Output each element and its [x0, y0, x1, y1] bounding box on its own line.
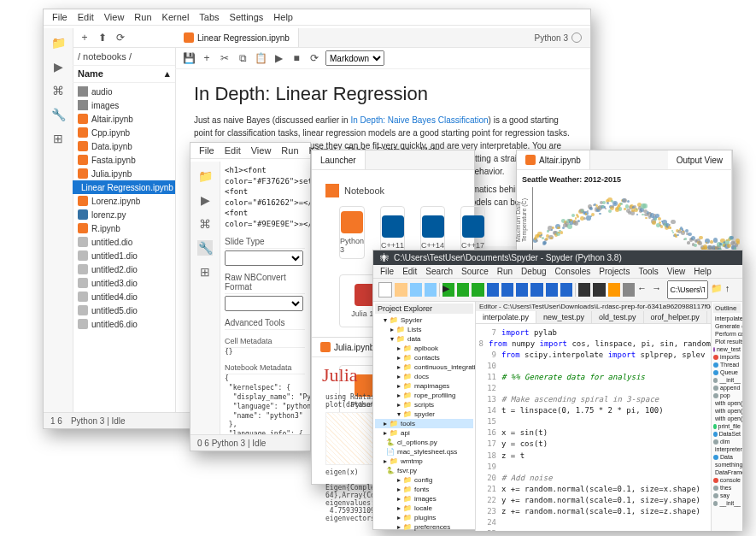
new-folder-icon[interactable]: +: [78, 31, 91, 44]
debug-step-in-icon[interactable]: [516, 283, 528, 297]
advanced-tools-label[interactable]: Advanced Tools: [225, 318, 305, 330]
code-line[interactable]: 10: [476, 361, 711, 372]
file-item[interactable]: Julia.ipynb: [73, 167, 175, 180]
menu-tools[interactable]: Tools: [638, 267, 658, 276]
debug-continue-icon[interactable]: [546, 283, 558, 297]
file-item[interactable]: untitled2.dio: [73, 262, 175, 276]
folder-icon[interactable]: 📁: [50, 35, 66, 50]
tab-altair[interactable]: Altair.ipynb: [517, 150, 590, 169]
menu-help[interactable]: Help: [694, 267, 712, 276]
tree-item[interactable]: ▸📁preferences: [375, 522, 473, 531]
outline-item[interactable]: with open(da: [713, 407, 741, 415]
outline-item[interactable]: dim: [713, 438, 741, 445]
outline-item[interactable]: thes: [713, 484, 741, 492]
outline-item[interactable]: __init__: [713, 376, 741, 384]
cell-tools-icon[interactable]: 🔧: [197, 240, 213, 256]
code-line[interactable]: 22y += random.normal(scale=0.1, size=y.s…: [476, 495, 711, 506]
outline-item[interactable]: DataSet: [713, 430, 741, 438]
menu-settings[interactable]: Settings: [230, 12, 264, 22]
outline-item[interactable]: append: [713, 384, 741, 392]
parent-dir-icon[interactable]: ↑: [725, 283, 737, 297]
notebook-metadata-json[interactable]: { "kernelspec": { "display_name": "Pytho…: [225, 374, 305, 435]
menu-edit[interactable]: Edit: [402, 267, 417, 276]
run-cell-icon[interactable]: [457, 283, 469, 297]
outline-item[interactable]: interpreter: [713, 445, 741, 453]
menu-consoles[interactable]: Consoles: [555, 267, 591, 276]
tree-item[interactable]: ▸📁locale: [375, 504, 473, 513]
outline-item[interactable]: imports: [713, 353, 741, 361]
scatter-chart[interactable]: [532, 187, 737, 255]
file-item[interactable]: untitled3.dio: [73, 276, 175, 290]
fullscreen-icon[interactable]: [593, 283, 605, 297]
menu-edit[interactable]: Edit: [78, 12, 94, 22]
outline-item[interactable]: Perform calc: [713, 330, 741, 338]
outline-item[interactable]: __init__: [713, 499, 741, 507]
code-line[interactable]: 21x += random.normal(scale=0.1, size=x.s…: [476, 484, 711, 495]
code-line[interactable]: 24: [476, 517, 711, 528]
file-item[interactable]: Linear Regression.ipynb: [73, 180, 175, 194]
menu-tabs[interactable]: Tabs: [199, 12, 219, 22]
run-selection-icon[interactable]: [472, 283, 483, 297]
outline-item[interactable]: Queue: [713, 368, 741, 376]
file-item[interactable]: untitled.dio: [73, 235, 175, 249]
browse-dir-icon[interactable]: 📁: [711, 283, 723, 297]
menu-projects[interactable]: Projects: [599, 267, 630, 276]
refresh-icon[interactable]: ⟳: [114, 31, 127, 44]
outline-pane[interactable]: Outline interpolateGenerate daPerform ca…: [711, 302, 742, 531]
back-icon[interactable]: ←: [637, 283, 649, 297]
run-icon[interactable]: ▶: [272, 51, 285, 65]
tab-output-view[interactable]: Output View: [668, 150, 732, 169]
file-item[interactable]: images: [73, 98, 175, 112]
file-item[interactable]: Altair.ipynb: [73, 112, 175, 126]
tree-item[interactable]: ▸📁scripts: [375, 400, 473, 409]
code-line[interactable]: 25: [476, 528, 711, 531]
new-file-icon[interactable]: [378, 282, 392, 297]
run-file-icon[interactable]: ▶: [442, 283, 454, 297]
outline-item[interactable]: say: [713, 492, 741, 499]
menu-file[interactable]: File: [380, 267, 394, 276]
outline-item[interactable]: pop: [713, 392, 741, 399]
menu-debug[interactable]: Debug: [521, 267, 546, 276]
outline-item[interactable]: Generate da: [713, 322, 741, 330]
outline-item[interactable]: Plot results: [713, 338, 741, 345]
menu-edit[interactable]: Edit: [225, 145, 241, 156]
kernel-indicator[interactable]: Python 3: [526, 28, 590, 47]
tree-item[interactable]: ▸📁fonts: [375, 485, 473, 494]
code-editor[interactable]: 7import pylab8from numpy import cos, lin…: [476, 324, 711, 531]
outline-item[interactable]: print_file: [713, 422, 741, 430]
outline-item[interactable]: something: [713, 461, 741, 468]
file-item[interactable]: lorenz.py: [73, 208, 175, 221]
file-item[interactable]: untitled6.dio: [73, 317, 175, 331]
editor-tab[interactable]: old_test.py: [592, 311, 644, 323]
breadcrumb[interactable]: / notebooks /: [73, 48, 175, 66]
code-line[interactable]: 19: [476, 462, 711, 473]
preferences-icon[interactable]: [608, 283, 620, 297]
tab-notebook[interactable]: Linear Regression.ipynb: [175, 28, 299, 47]
raw-format-select[interactable]: [225, 296, 303, 311]
tree-item[interactable]: 🐍cl_options.py: [375, 438, 473, 447]
tree-item[interactable]: ▸📁docs: [375, 372, 473, 381]
stop-icon[interactable]: [560, 283, 572, 297]
open-icon[interactable]: [395, 283, 407, 297]
menu-run[interactable]: Run: [281, 145, 298, 156]
outline-item[interactable]: console: [713, 476, 741, 484]
outline-item[interactable]: with open(da: [713, 399, 741, 407]
code-line[interactable]: 12: [476, 383, 711, 394]
editor-tab[interactable]: interpolate.py: [476, 311, 536, 323]
tree-item[interactable]: ▸📁contacts: [375, 353, 473, 362]
code-line[interactable]: 17y = cos(t): [476, 439, 711, 450]
project-explorer[interactable]: Project Explorer ▾📁Spyder▸📁Lists▾📁data▸📁…: [373, 302, 476, 531]
code-line[interactable]: 14t = linspace(0, 1.75 * 2 * pi, 100): [476, 405, 711, 416]
menu-help[interactable]: Help: [273, 12, 293, 22]
commands-icon[interactable]: ⌘: [50, 83, 66, 98]
tree-item[interactable]: ▸📁plugins: [375, 513, 473, 522]
outline-item[interactable]: new_test: [713, 345, 741, 353]
file-item[interactable]: untitled1.dio: [73, 249, 175, 262]
code-line[interactable]: 8from numpy import cos, linspace, pi, si…: [476, 339, 711, 350]
code-line[interactable]: 13# Make ascending spiral in 3-space: [476, 394, 711, 405]
menu-file[interactable]: File: [52, 12, 67, 22]
tree-item[interactable]: 🐍fsvr.py: [375, 466, 473, 475]
working-dir-input[interactable]: [667, 280, 708, 299]
file-item[interactable]: audio: [73, 85, 175, 98]
save-icon[interactable]: 💾: [182, 51, 196, 65]
